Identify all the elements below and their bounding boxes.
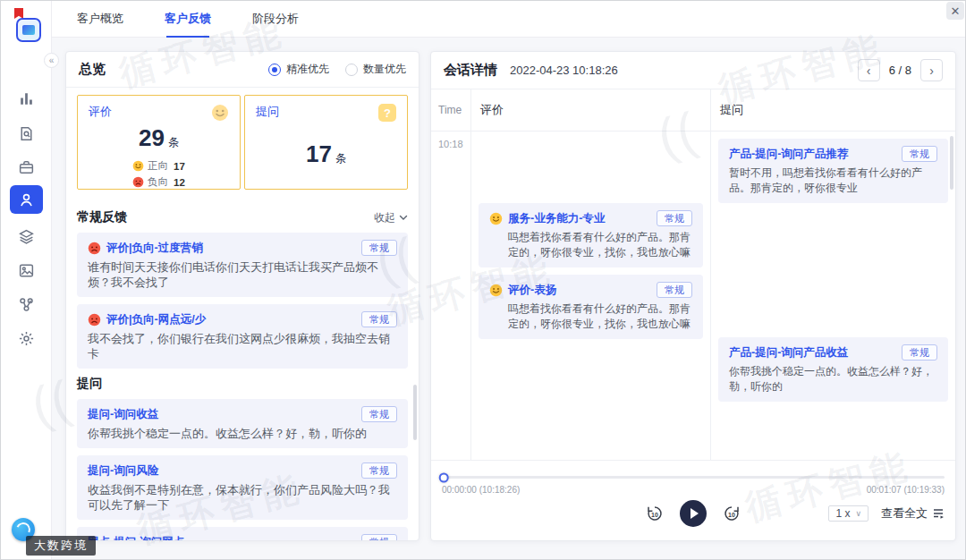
collapse-link[interactable]: 收起	[374, 210, 408, 225]
question-stat-card[interactable]: 提问 ? 17条	[244, 95, 408, 190]
question-text: 你帮我挑个稳定一点的。收益怎么样？好，勒，听你的	[729, 364, 937, 395]
feedback-item[interactable]: 评价|负向-过度营销 常规 谁有时间天天接你们电话你们天天打电话让我买产品烦不烦…	[77, 233, 408, 297]
question-tag: 产品-提问-询问产品推荐	[729, 147, 848, 162]
angry-icon	[88, 242, 101, 255]
regular-feedback-list: 评价|负向-过度营销 常规 谁有时间天天接你们电话你们天天打电话让我买产品烦不烦…	[77, 233, 408, 369]
audio-progress-bar[interactable]	[442, 476, 945, 479]
feedback-item[interactable]: 评价|负向-网点远/少 常规 我不会找了，你们银行在我们这网点少很麻烦，我抽空去…	[77, 304, 408, 369]
regular-badge: 常规	[657, 282, 692, 298]
question-column: 提问 产品-提问-询问产品推荐 常规 暂时不用，吗想着找你看看有什么好的产品。那…	[711, 89, 955, 460]
time-column: Time 10:18	[431, 89, 471, 460]
sidebar-item-briefcase[interactable]	[18, 159, 35, 176]
question-item[interactable]: 网点-提问-询问网点 常规	[77, 527, 408, 541]
overview-body: 评价 29条 正向17 负向12	[66, 88, 419, 541]
sidebar-item-layers[interactable]	[18, 228, 35, 245]
conversation-datetime: 2022-04-23 10:18:26	[510, 64, 618, 77]
sidebar-item-customers[interactable]	[10, 185, 43, 214]
transcript-icon	[932, 507, 945, 520]
feedback-tag: 评价|负向-过度营销	[106, 241, 203, 256]
regular-badge: 常规	[657, 210, 692, 226]
smiley-icon	[211, 104, 229, 125]
top-tab-bar: 客户概览 客户反馈 阶段分析	[52, 1, 965, 38]
evaluation-card[interactable]: 服务-业务能力-专业 常规 吗想着找你看看有什么好的产品。那肯定的，呀你很专业，…	[479, 203, 703, 267]
view-full-text-link[interactable]: 查看全文	[881, 505, 945, 522]
sidebar-collapse-button[interactable]: «	[44, 53, 59, 68]
radio-unselected-icon	[345, 64, 358, 76]
regular-badge: 常规	[361, 534, 397, 541]
priority-radio-group: 精准优先 数量优先	[268, 62, 406, 77]
sidebar-item-file-search[interactable]	[18, 125, 35, 142]
question-tag: 产品-提问-询问产品收益	[729, 345, 848, 361]
chevron-down-icon	[399, 213, 408, 222]
radio-quantity-label: 数量优先	[363, 62, 406, 77]
time-cell: 10:18	[431, 132, 470, 149]
pager-page-info: 6 / 8	[889, 64, 911, 77]
regular-feedback-title: 常规反馈	[77, 209, 127, 225]
scrollbar-thumb[interactable]	[950, 136, 953, 190]
close-icon[interactable]: ✕	[946, 2, 964, 20]
regular-badge: 常规	[361, 311, 397, 327]
question-column-header: 提问	[711, 89, 955, 132]
pager-next-button[interactable]: ›	[920, 59, 943, 81]
question-tag: 提问-询问风险	[88, 463, 158, 479]
scrollbar-thumb[interactable]	[413, 385, 417, 440]
forward-10-icon[interactable]: 10	[723, 505, 741, 522]
regular-badge: 常规	[361, 240, 397, 256]
evaluation-column: 评价 服务-业务能力-专业 常规 吗想着找你看看有什么好的产品。那肯定的，呀你很…	[471, 89, 711, 460]
total-time: 00:01:07 (10:19:33)	[867, 485, 945, 495]
sidebar-item-analytics[interactable]	[18, 90, 35, 107]
feedback-text: 我不会找了，你们银行在我们这网点少很麻烦，我抽空去销卡	[88, 331, 397, 361]
question-tag: 提问-询问收益	[88, 407, 158, 422]
sidebar-item-share-nodes[interactable]	[18, 296, 35, 313]
overview-title: 总览	[79, 61, 106, 78]
eval-card-label: 评价	[89, 104, 112, 120]
rewind-10-icon[interactable]: 10	[646, 505, 664, 522]
evaluation-column-header: 评价	[471, 89, 710, 132]
question-card[interactable]: 产品-提问-询问产品收益 常规 你帮我挑个稳定一点的。收益怎么样？好，勒，听你的	[718, 337, 948, 402]
ask-count: 17条	[256, 141, 396, 171]
eval-count: 29条	[89, 125, 229, 155]
tab-customer-feedback[interactable]: 客户反馈	[165, 1, 211, 38]
ask-section-title: 提问	[77, 376, 102, 392]
question-item[interactable]: 提问-询问收益 常规 你帮我挑个稳定一点的。收益怎么样？好，勒，听你的	[77, 399, 408, 448]
question-card[interactable]: 产品-提问-询问产品推荐 常规 暂时不用，吗想着找你看看有什么好的产品。那肯定的…	[718, 139, 948, 203]
play-icon	[691, 508, 699, 519]
playback-speed-select[interactable]: 1 x ∨	[828, 505, 869, 522]
smiley-icon	[489, 284, 503, 297]
app-window: 客户概览 客户反馈 阶段分析 ✕ «	[0, 0, 966, 560]
negative-count-row: 负向12	[132, 175, 185, 189]
play-button[interactable]	[680, 500, 707, 527]
radio-precision-first[interactable]: 精准优先	[268, 62, 329, 77]
tab-customer-overview[interactable]: 客户概览	[77, 1, 123, 38]
conversation-table: Time 10:18 评价 服务-业务能力-专业 常规 吗想着找你看看	[431, 89, 955, 460]
regular-badge: 常规	[902, 344, 937, 361]
evaluation-stat-card[interactable]: 评价 29条 正向17 负向12	[77, 95, 241, 190]
question-feedback-list: 提问-询问收益 常规 你帮我挑个稳定一点的。收益怎么样？好，勒，听你的 提问-询…	[77, 399, 408, 541]
angry-icon	[132, 176, 144, 188]
time-column-header: Time	[431, 89, 470, 132]
question-text: 你帮我挑个稳定一点的。收益怎么样？好，勒，听你的	[88, 426, 397, 441]
sidebar-item-settings[interactable]	[18, 330, 35, 347]
radio-selected-icon	[268, 64, 281, 76]
user-icon	[18, 191, 35, 208]
question-text: 暂时不用，吗想着找你看看有什么好的产品。那肯定的，呀你很专业	[729, 165, 937, 196]
question-tag: 网点-提问-询问网点	[88, 535, 184, 542]
radio-precision-label: 精准优先	[286, 62, 329, 77]
evaluation-text: 吗想着找你看看有什么好的产品。那肯定的，呀你很专业，找你，我也放心嘛	[489, 230, 692, 260]
pager-prev-button[interactable]: ‹	[858, 59, 880, 81]
evaluation-card[interactable]: 评价-表扬 常规 吗想着找你看看有什么好的产品。那肯定的，呀你很专业，找你，我也…	[479, 275, 703, 339]
evaluation-tag: 服务-业务能力-专业	[508, 211, 605, 226]
question-item[interactable]: 提问-询问风险 常规 收益我倒不是特别在意，保本就行，你们产品风险大吗？我可以先…	[77, 455, 408, 520]
elapsed-time: 00:00:00 (10:18:26)	[442, 485, 520, 495]
conversation-detail-panel: 会话详情 2022-04-23 10:18:26 ‹ 6 / 8 › Time …	[430, 51, 956, 541]
feedback-tag: 评价|负向-网点远/少	[106, 312, 206, 327]
question-mark-icon: ?	[378, 104, 396, 122]
audio-player: 00:00:00 (10:18:26) 00:01:07 (10:19:33) …	[431, 460, 955, 540]
evaluation-text: 吗想着找你看看有什么好的产品。那肯定的，呀你很专业，找你，我也放心嘛	[489, 301, 692, 332]
tab-stage-analysis[interactable]: 阶段分析	[252, 1, 299, 38]
regular-badge: 常规	[361, 406, 397, 422]
sidebar-item-media[interactable]	[18, 262, 35, 279]
progress-knob[interactable]	[439, 472, 449, 482]
question-card-list: 产品-提问-询问产品推荐 常规 暂时不用，吗想着找你看看有什么好的产品。那肯定的…	[711, 139, 955, 402]
radio-quantity-first[interactable]: 数量优先	[345, 62, 406, 77]
